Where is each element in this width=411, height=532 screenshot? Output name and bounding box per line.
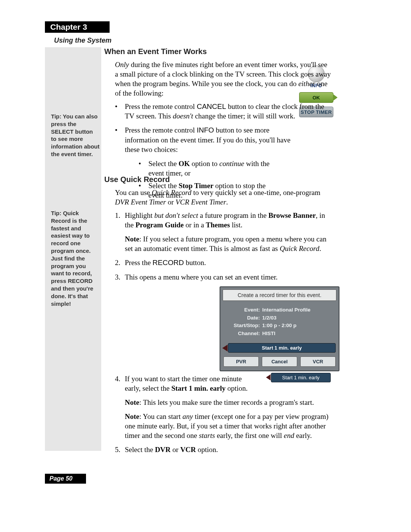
- step-4-text: If you want to start the timer one minut…: [125, 375, 248, 392]
- chapter-label: Chapter 3: [45, 21, 110, 33]
- field-value-event: International Profile: [262, 306, 311, 314]
- field-label-startstop: Start/Stop:: [226, 322, 262, 330]
- step-2: 2. Press the RECORD button.: [115, 258, 331, 267]
- field-value-date: 1/2/03: [262, 314, 277, 322]
- paragraph: You can use Quick Record to very quickly…: [115, 188, 331, 207]
- page-number: Page 50: [45, 474, 86, 484]
- step-4: 4. If you want to start the timer one mi…: [115, 374, 331, 393]
- heading-quick-record: Use Quick Record: [104, 175, 331, 184]
- bullet-info: Press the remote control INFO button to …: [115, 125, 331, 154]
- start-early-option[interactable]: Start 1 min. early: [228, 343, 336, 353]
- field-label-event: Event:: [226, 306, 262, 314]
- step-4-note-2: Note: You can start any timer (except on…: [125, 412, 331, 440]
- pvr-button[interactable]: PVR: [223, 356, 259, 367]
- record-timer-dialog: Create a record timer for this event. Ev…: [220, 286, 339, 372]
- bullet-cancel: Press the remote control CANCEL button t…: [115, 102, 331, 121]
- cancel-button[interactable]: Cancel: [262, 356, 297, 367]
- step-2-text: Press the RECORD button.: [125, 259, 206, 267]
- field-label-date: Date:: [226, 314, 262, 322]
- page-subtitle: Using the System: [54, 37, 112, 45]
- vcr-button[interactable]: VCR: [300, 356, 336, 367]
- step-1-text: Highlight but don't select a future prog…: [125, 211, 325, 229]
- dialog-fields: Event:International Profile Date:1/2/03 …: [220, 303, 339, 342]
- step-1-note: Note: If you select a future program, yo…: [125, 234, 331, 253]
- step-4-note-1: Note: This lets you make sure the timer …: [125, 398, 331, 407]
- step-3-text: This opens a menu where you can set an e…: [125, 273, 278, 281]
- step-5: 5. Select the DVR or VCR option.: [115, 445, 331, 454]
- field-label-channel: Channel:: [226, 330, 262, 338]
- start-early-chip[interactable]: Start 1 min. early: [271, 373, 331, 382]
- step-3: 3. This opens a menu where you can set a…: [115, 272, 331, 282]
- field-value-startstop: 1:00 p - 2:00 p: [262, 322, 296, 330]
- field-value-channel: HISTI: [262, 330, 276, 338]
- step-5-text: Select the DVR or VCR option.: [125, 446, 218, 454]
- paragraph: Only during the five minutes right befor…: [115, 60, 331, 98]
- tip-select: Tip: You can also press the SELECT butto…: [51, 113, 100, 158]
- heading-when-event-timer: When an Event Timer Works: [104, 47, 331, 56]
- step-1: 1. Highlight but don't select a future p…: [115, 211, 331, 230]
- tip-quick-record: Tip: Quick Record is the fastest and eas…: [51, 209, 100, 307]
- dialog-title: Create a record timer for this event.: [223, 289, 336, 301]
